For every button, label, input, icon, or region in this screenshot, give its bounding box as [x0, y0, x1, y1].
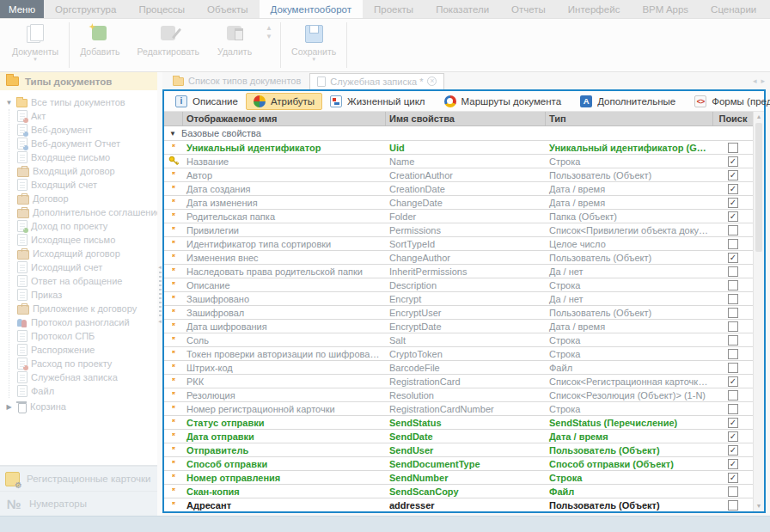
- tree-item-11[interactable]: Исходящий счет: [9, 260, 157, 274]
- tree-item-7[interactable]: Дополнительное соглашение: [9, 205, 157, 219]
- scrollbar-thumb[interactable]: [755, 123, 762, 252]
- documents-button[interactable]: Документы ▾: [3, 19, 67, 71]
- search-checkbox[interactable]: [728, 390, 738, 401]
- search-checkbox[interactable]: ✓: [728, 184, 738, 194]
- table-row-ChangeAuthor[interactable]: * Изменения внес ChangeAuthor Пользовате…: [164, 250, 753, 264]
- search-checkbox[interactable]: [728, 486, 738, 497]
- group-row-base-properties[interactable]: ▼ Базовые свойства: [164, 126, 753, 140]
- tab-scroll-right-icon[interactable]: ▸: [761, 76, 765, 85]
- table-row-Uid[interactable]: * Уникальный идентификатор Uid Уникальны…: [164, 140, 753, 154]
- table-row-SendStatus[interactable]: * Статус отправки SendStatus SendStatus …: [164, 415, 753, 429]
- search-checkbox[interactable]: ✓: [728, 445, 738, 456]
- search-checkbox[interactable]: ✓: [728, 211, 738, 222]
- tree-item-19[interactable]: Служебная записка: [9, 370, 157, 384]
- menu-tab-8[interactable]: Интерфейс: [557, 0, 632, 18]
- tree-item-10[interactable]: Исходящий договор: [9, 247, 157, 260]
- table-row-SortTypeId[interactable]: * Идентификатор типа сортировки SortType…: [164, 236, 753, 250]
- expander-icon[interactable]: ▼: [5, 99, 13, 107]
- tab-атрибуты[interactable]: Атрибуты: [246, 93, 322, 110]
- splitter-handle[interactable]: [159, 272, 162, 316]
- column-header-type[interactable]: Тип: [546, 112, 713, 125]
- search-checkbox[interactable]: [728, 500, 738, 511]
- vertical-scrollbar[interactable]: ▼ ▼: [753, 112, 764, 511]
- table-row-EncryptDate[interactable]: * Дата шифрования EncryptDate Дата / вре…: [164, 319, 753, 333]
- search-checkbox[interactable]: [728, 363, 738, 373]
- search-checkbox[interactable]: ✓: [728, 198, 738, 208]
- menu-tab-4[interactable]: Документооборот: [260, 0, 363, 18]
- menu-tab-3[interactable]: Объекты: [196, 0, 259, 18]
- tab-маршруты-документа[interactable]: Маршруты документа: [437, 93, 570, 110]
- tree-item-13[interactable]: Приказ: [9, 288, 157, 302]
- tab-формы-представления-[interactable]: <> Формы (представления): [687, 93, 770, 110]
- table-row-CryptoToken[interactable]: * Токен проверки авторизации по шифрован…: [164, 346, 753, 360]
- search-checkbox[interactable]: ✓: [728, 431, 738, 442]
- collapse-left-icon[interactable]: ◂: [158, 264, 162, 270]
- tree-root-all-types[interactable]: ▼ Все типы документов: [0, 95, 157, 109]
- add-button[interactable]: Добавить: [71, 19, 128, 71]
- menu-tab-2[interactable]: Процессы: [127, 0, 196, 18]
- table-row-SendDocumentType[interactable]: * Способ отправки SendDocumentType Спосо…: [164, 456, 753, 470]
- collapse-left-icon[interactable]: ◂: [158, 318, 162, 324]
- table-row-Description[interactable]: * Описание Description Строка: [164, 278, 753, 291]
- tree-item-5[interactable]: Входящий счет: [9, 178, 157, 192]
- registration-cards-pane[interactable]: Регистрационные карточки: [0, 466, 157, 491]
- search-checkbox[interactable]: [728, 266, 738, 277]
- search-checkbox[interactable]: [728, 143, 738, 153]
- table-row-EncryptUser[interactable]: * Зашифровал EncryptUser Пользователь (О…: [164, 305, 753, 319]
- table-row-Encrypt[interactable]: * Зашифровано Encrypt Да / нет: [164, 291, 753, 305]
- search-checkbox[interactable]: [728, 404, 738, 414]
- tree-item-14[interactable]: Приложение к договору: [9, 302, 157, 315]
- table-row-ChangeDate[interactable]: * Дата изменения ChangeDate Дата / время…: [164, 195, 753, 209]
- column-header-property-name[interactable]: Имя свойства: [386, 112, 546, 125]
- table-row-RegistrationCardNumber[interactable]: * Номер регистрационной карточки Registr…: [164, 401, 753, 415]
- table-row-Name[interactable]: Название Name Строка ✓: [164, 154, 753, 168]
- tree-item-20[interactable]: Файл: [9, 384, 157, 398]
- table-row-Folder[interactable]: * Родительская папка Folder Папка (Объек…: [164, 209, 753, 223]
- search-checkbox[interactable]: [728, 321, 738, 332]
- search-checkbox[interactable]: ✓: [728, 253, 738, 263]
- group-expander-icon[interactable]: ▼: [169, 130, 176, 138]
- table-row-BarcodeFile[interactable]: * Штрих-код BarcodeFile Файл: [164, 360, 753, 374]
- tree-item-8[interactable]: Доход по проекту: [9, 219, 157, 233]
- table-row-SendDate[interactable]: * Дата отправки SendDate Дата / время ✓: [164, 429, 753, 443]
- tree-item-0[interactable]: Акт: [9, 109, 157, 123]
- search-checkbox[interactable]: ✓: [728, 376, 738, 387]
- expander-icon[interactable]: ▶: [5, 403, 13, 411]
- search-checkbox[interactable]: ✓: [728, 418, 738, 428]
- tree-item-18[interactable]: Расход по проекту: [9, 357, 157, 370]
- tree-item-3[interactable]: Входящее письмо: [9, 150, 157, 164]
- tree-item-6[interactable]: Договор: [9, 192, 157, 205]
- tab-scroll-left-icon[interactable]: ◂: [753, 76, 757, 85]
- table-row-CreationAuthor[interactable]: * Автор CreationAuthor Пользователь (Объ…: [164, 168, 753, 181]
- search-checkbox[interactable]: ✓: [728, 473, 738, 483]
- search-checkbox[interactable]: [728, 294, 738, 304]
- table-row-addresser[interactable]: * Адресант addresser Пользователь (Объек…: [164, 498, 753, 511]
- table-row-Resolution[interactable]: * Резолюция Resolution Список<Резолюция …: [164, 388, 753, 401]
- table-row-Salt[interactable]: * Соль Salt Строка: [164, 333, 753, 346]
- menu-tab-9[interactable]: BPM Apps: [631, 0, 700, 18]
- search-checkbox[interactable]: ✓: [728, 156, 738, 167]
- document-tab-1[interactable]: Служебная записка * ×: [309, 73, 444, 89]
- search-checkbox[interactable]: [728, 335, 738, 345]
- tree-item-trash[interactable]: ▶ Корзина: [0, 400, 157, 413]
- tree-item-12[interactable]: Ответ на обращение: [9, 274, 157, 288]
- tree-item-17[interactable]: Распоряжение: [9, 343, 157, 357]
- search-checkbox[interactable]: [728, 280, 738, 290]
- table-row-RegistrationCard[interactable]: * РКК RegistrationCard Список<Регистраци…: [164, 374, 753, 388]
- table-row-Permissions[interactable]: * Привилегии Permissions Список<Привилег…: [164, 223, 753, 236]
- document-tab-0[interactable]: Список типов документов: [166, 73, 308, 89]
- table-row-SendScanCopy[interactable]: * Скан-копия SendScanCopy Файл: [164, 484, 753, 498]
- menu-tab-7[interactable]: Отчеты: [500, 0, 557, 18]
- scroll-down-icon[interactable]: ▼: [754, 500, 764, 511]
- tree-item-1[interactable]: Веб-документ: [9, 123, 157, 137]
- search-checkbox[interactable]: ✓: [728, 459, 738, 469]
- tab-жизненный-цикл[interactable]: Жизненный цикл: [322, 93, 433, 110]
- search-checkbox[interactable]: [728, 239, 738, 249]
- tree-item-2[interactable]: Веб-документ Отчет: [9, 137, 157, 150]
- menu-tab-10[interactable]: Сценарии: [700, 0, 767, 18]
- close-icon[interactable]: ×: [427, 76, 437, 86]
- table-row-CreationDate[interactable]: * Дата создания CreationDate Дата / врем…: [164, 181, 753, 195]
- tab-дополнительные[interactable]: A Дополнительные: [572, 93, 683, 110]
- menu-tab-1[interactable]: Оргструктура: [44, 0, 127, 18]
- menu-tab-0[interactable]: Меню: [0, 0, 44, 18]
